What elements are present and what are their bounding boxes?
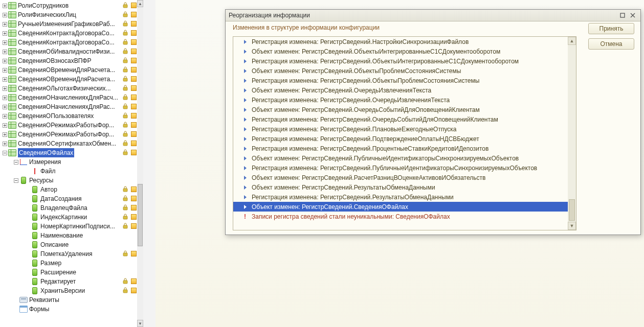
collapse-icon[interactable]: [1, 149, 8, 156]
change-row[interactable]: Объект изменен: РегистрСведений.Сведения…: [233, 202, 568, 212]
expand-icon[interactable]: [1, 48, 8, 55]
tree-item[interactable]: СведенияОНачисленияхДляРас...: [0, 102, 143, 111]
tree-item[interactable]: СведенияОСертификатахОбмен...: [0, 139, 143, 148]
tree-item[interactable]: РолиФизическихЛиц: [0, 10, 143, 19]
tree-item[interactable]: СведенияОЛьготахФизических...: [0, 84, 143, 93]
collapse-icon[interactable]: [12, 158, 19, 166]
list-scroll-up[interactable]: ▲: [568, 37, 576, 45]
tree-item[interactable]: СведенияКонтрактаДоговораСо...: [0, 38, 143, 47]
tree-item[interactable]: Ресурсы: [0, 176, 143, 185]
accept-button[interactable]: Принять: [588, 23, 634, 34]
expand-icon[interactable]: [1, 112, 8, 120]
tree-item[interactable]: Описание: [0, 240, 143, 249]
close-button[interactable]: [628, 11, 637, 19]
tree-item[interactable]: Измерения: [0, 157, 143, 167]
change-row[interactable]: Объект изменен: РегистрСведений.ОбъектыП…: [233, 66, 568, 76]
tree-item[interactable]: ХранитьВерсии: [0, 286, 143, 295]
expand-icon[interactable]: [1, 85, 8, 92]
change-row[interactable]: Регистрация изменена: РегистрСведений.По…: [233, 134, 568, 144]
scroll-thumb[interactable]: [138, 184, 143, 246]
dialog-titlebar[interactable]: Реорганизация информации: [226, 10, 640, 21]
tree-item[interactable]: РучныеИзмененияГрафиковРаб...: [0, 19, 143, 29]
change-row[interactable]: Регистрация изменена: РегистрСведений.Пл…: [233, 124, 568, 134]
list-scroll-down[interactable]: ▼: [568, 222, 576, 230]
change-row[interactable]: Объект изменен: РегистрСведений.ОчередьИ…: [233, 85, 568, 95]
arrow-right-icon: [242, 185, 248, 190]
tree-item[interactable]: ВладелецФайла: [0, 203, 143, 213]
expand-icon[interactable]: [1, 66, 8, 74]
expand-icon[interactable]: [1, 76, 8, 83]
change-row[interactable]: Регистрация изменена: РегистрСведений.На…: [233, 37, 568, 46]
change-row-text: Регистрация изменена: РегистрСведений.Ре…: [252, 194, 454, 201]
tree-item[interactable]: НомерКартинкиПодписи...: [0, 222, 143, 231]
expand-icon[interactable]: [1, 122, 8, 129]
change-row[interactable]: Регистрация изменена: РегистрСведений.Пр…: [233, 144, 568, 153]
list-scrollbar[interactable]: ▲ ▼: [568, 37, 576, 230]
tree-item[interactable]: РолиСотрудников: [0, 1, 143, 10]
scroll-up-button[interactable]: ▲: [137, 0, 143, 7]
subsystem-cube-icon: [131, 21, 136, 26]
change-row[interactable]: Объект изменен: РегистрСведений.РасчетРа…: [233, 173, 568, 182]
expand-icon[interactable]: [1, 20, 8, 28]
tree-item[interactable]: Наименование: [0, 231, 143, 240]
tree-item-label: Формы: [29, 305, 49, 314]
scroll-down-button[interactable]: ▼: [137, 320, 143, 327]
change-row[interactable]: Регистрация изменена: РегистрСведений.Оч…: [233, 95, 568, 105]
tree-item[interactable]: ИндексКартинки: [0, 213, 143, 222]
expand-icon[interactable]: [1, 140, 8, 147]
change-row[interactable]: Регистрация изменена: РегистрСведений.Об…: [233, 56, 568, 66]
tree-item[interactable]: Реквизиты: [0, 295, 143, 305]
expand-icon[interactable]: [1, 11, 8, 18]
expand-icon[interactable]: [1, 57, 8, 64]
tree-item[interactable]: ДатаСоздания: [0, 194, 143, 203]
tree-item[interactable]: СведенияОНачисленияхДляРасч...: [0, 93, 143, 102]
tree-item[interactable]: Расширение: [0, 268, 143, 277]
change-row[interactable]: Регистрация изменена: РегистрСведений.Оч…: [233, 114, 568, 124]
change-row[interactable]: Объект изменен: РегистрСведений.ОбъектыИ…: [233, 46, 568, 56]
change-row[interactable]: Объект изменен: РегистрСведений.Результа…: [233, 182, 568, 192]
tree-item[interactable]: СведенияОВзносахВПФР: [0, 56, 143, 65]
change-row[interactable]: !Записи регистра сведений стали неуникал…: [233, 212, 568, 221]
expand-icon[interactable]: [1, 94, 8, 101]
change-row[interactable]: Объект изменен: РегистрСведений.Публичны…: [233, 153, 568, 163]
grid-icon: [8, 94, 16, 101]
tree-item[interactable]: СведенияОРежимахРаботыФор...: [0, 121, 143, 130]
grid-icon: [8, 66, 16, 74]
change-row[interactable]: Объект изменен: РегистрСведений.ОчередьС…: [233, 105, 568, 114]
tree-item[interactable]: СведенияОВремениДляРасчета...: [0, 65, 143, 75]
change-row[interactable]: Регистрация изменена: РегистрСведений.Ре…: [233, 192, 568, 202]
tree-item[interactable]: СведенияКонтрактаДоговораСо...: [0, 29, 143, 38]
expand-icon[interactable]: [1, 39, 8, 46]
tree-item[interactable]: СведенияОВремениДляРасчета...: [0, 75, 143, 84]
lock-icon: [123, 48, 128, 54]
tree-item[interactable]: СведенияОбИнвалидностиФизи...: [0, 47, 143, 56]
tree-item[interactable]: Редактирует: [0, 277, 143, 286]
changes-list[interactable]: Регистрация изменена: РегистрСведений.На…: [233, 36, 576, 230]
tree-item[interactable]: ПометкаУдаления: [0, 249, 143, 259]
change-row[interactable]: Регистрация изменена: РегистрСведений.Пу…: [233, 163, 568, 173]
expand-icon[interactable]: [1, 103, 8, 110]
change-row-text: Регистрация изменена: РегистрСведений.Пл…: [252, 126, 456, 133]
tree-item[interactable]: Размер: [0, 259, 143, 268]
list-scroll-thumb[interactable]: [569, 199, 575, 221]
expand-icon[interactable]: [1, 30, 8, 37]
tree-item[interactable]: СведенияОФайлах: [0, 148, 143, 157]
tree-scrollbar[interactable]: ▲ ▼: [137, 0, 143, 327]
change-row-text: Регистрация изменена: РегистрСведений.На…: [252, 38, 469, 45]
expand-icon[interactable]: [1, 131, 8, 138]
svg-rect-3: [123, 5, 127, 8]
tree-item[interactable]: Автор: [0, 185, 143, 194]
tree-item[interactable]: СведенияОРежимахРаботыФор...: [0, 130, 143, 139]
tree-item[interactable]: СведенияОПользователях: [0, 111, 143, 121]
tree-item[interactable]: Формы: [0, 305, 143, 314]
tree-item[interactable]: Файл: [0, 167, 143, 176]
collapse-icon[interactable]: [12, 177, 19, 184]
expand-icon[interactable]: [1, 2, 8, 9]
tree-item-label: ХранитьВерсии: [40, 286, 85, 295]
change-row[interactable]: Регистрация изменена: РегистрСведений.Об…: [233, 76, 568, 85]
cancel-button[interactable]: Отмена: [588, 38, 634, 50]
tree-item-label: СведенияОВзносахВПФР: [18, 56, 91, 65]
subsystem-cube-icon: [131, 104, 136, 109]
config-tree[interactable]: РолиСотрудниковРолиФизическихЛицРучныеИз…: [0, 0, 143, 315]
maximize-button[interactable]: [618, 11, 627, 19]
